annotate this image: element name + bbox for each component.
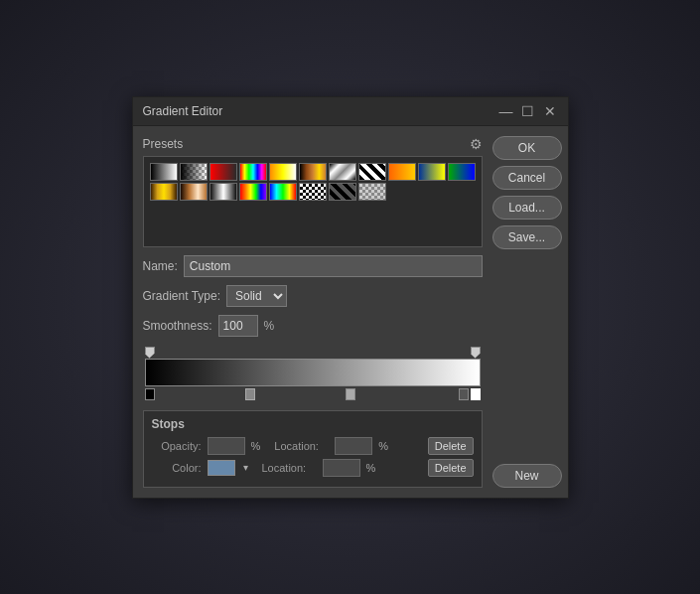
opacity-stop-left[interactable] xyxy=(145,347,155,359)
opacity-unit: % xyxy=(251,440,261,452)
gradient-bar[interactable] xyxy=(145,359,481,386)
preset-swatch[interactable] xyxy=(239,183,267,201)
restore-button[interactable]: ☐ xyxy=(520,103,536,119)
preset-swatch[interactable] xyxy=(329,163,356,181)
presets-grid xyxy=(150,163,476,201)
color-location-label: Location: xyxy=(262,462,317,474)
color-stop-mid2[interactable] xyxy=(346,388,355,400)
title-bar: Gradient Editor — ☐ ✕ xyxy=(133,97,568,126)
color-location-input[interactable] xyxy=(323,459,360,477)
opacity-location-label: Location: xyxy=(274,440,329,452)
presets-section: Presets ⚙ xyxy=(143,136,483,247)
empty-preset-area xyxy=(150,201,476,240)
color-stop-row: Color: ▾ Location: % Delete xyxy=(152,459,474,477)
name-row: Name: xyxy=(143,255,483,277)
smoothness-input[interactable] xyxy=(218,315,258,337)
delete-opacity-button[interactable]: Delete xyxy=(428,437,474,455)
smoothness-row: Smoothness: % xyxy=(143,315,483,337)
preset-swatch[interactable] xyxy=(358,163,386,181)
preset-swatch[interactable] xyxy=(269,163,297,181)
gradient-type-label: Gradient Type: xyxy=(143,289,221,303)
preset-swatch[interactable] xyxy=(358,183,386,201)
dialog-body: Presets ⚙ xyxy=(133,126,568,498)
preset-swatch[interactable] xyxy=(180,183,208,201)
preset-swatch[interactable] xyxy=(239,163,267,181)
cancel-button[interactable]: Cancel xyxy=(492,166,562,190)
color-stops-row xyxy=(145,386,481,402)
color-swatch[interactable] xyxy=(208,460,235,476)
preset-swatch[interactable] xyxy=(150,183,178,201)
stops-title: Stops xyxy=(152,417,474,431)
preset-swatch[interactable] xyxy=(210,183,237,201)
preset-swatch[interactable] xyxy=(388,163,416,181)
preset-swatch[interactable] xyxy=(210,163,237,181)
minimize-button[interactable]: — xyxy=(498,103,514,119)
gradient-type-row: Gradient Type: Solid Noise xyxy=(143,285,483,307)
gradient-type-select[interactable]: Solid Noise xyxy=(226,285,287,307)
color-stop-black[interactable] xyxy=(145,388,155,400)
delete-color-button[interactable]: Delete xyxy=(428,459,474,477)
save-button[interactable]: Save... xyxy=(492,225,562,249)
preset-swatch[interactable] xyxy=(180,163,208,181)
smoothness-label: Smoothness: xyxy=(143,319,212,333)
new-button[interactable]: New xyxy=(492,464,562,488)
opacity-location-input[interactable] xyxy=(335,437,372,455)
preset-swatch[interactable] xyxy=(418,163,446,181)
title-controls: — ☐ ✕ xyxy=(498,103,558,119)
smoothness-unit: % xyxy=(264,319,275,333)
presets-area xyxy=(143,156,483,247)
gradient-bar-wrapper xyxy=(143,345,483,402)
opacity-stop-right[interactable] xyxy=(471,347,481,359)
opacity-stop-label: Opacity: xyxy=(152,440,202,452)
color-stop-dark[interactable] xyxy=(459,388,469,400)
opacity-location-unit: % xyxy=(378,440,388,452)
stops-section: Stops Opacity: % Location: % Delete Colo… xyxy=(143,410,483,488)
name-input[interactable] xyxy=(184,255,483,277)
opacity-value-input[interactable] xyxy=(208,437,245,455)
presets-header: Presets ⚙ xyxy=(143,136,483,152)
dialog-title: Gradient Editor xyxy=(143,104,223,118)
preset-swatch[interactable] xyxy=(299,183,327,201)
preset-swatch[interactable] xyxy=(150,163,178,181)
preset-swatch[interactable] xyxy=(299,163,327,181)
close-button[interactable]: ✕ xyxy=(542,103,558,119)
color-stop-white[interactable] xyxy=(471,388,481,400)
opacity-stop-row: Opacity: % Location: % Delete xyxy=(152,437,474,455)
gear-icon[interactable]: ⚙ xyxy=(470,136,483,152)
preset-swatch[interactable] xyxy=(269,183,297,201)
opacity-stops-row xyxy=(145,345,481,359)
preset-swatch[interactable] xyxy=(329,183,356,201)
right-panel: OK Cancel Load... Save... New xyxy=(492,136,562,488)
color-dot: ▾ xyxy=(243,462,248,473)
name-label: Name: xyxy=(143,259,178,273)
presets-label: Presets xyxy=(143,137,184,151)
preset-swatch[interactable] xyxy=(448,163,476,181)
gradient-editor-dialog: Gradient Editor — ☐ ✕ Presets ⚙ xyxy=(132,96,569,499)
color-location-unit: % xyxy=(366,462,376,474)
load-button[interactable]: Load... xyxy=(492,196,562,220)
color-stop-mid1[interactable] xyxy=(245,388,255,400)
color-stop-label: Color: xyxy=(152,462,202,474)
ok-button[interactable]: OK xyxy=(492,136,562,160)
left-panel: Presets ⚙ xyxy=(143,136,483,488)
